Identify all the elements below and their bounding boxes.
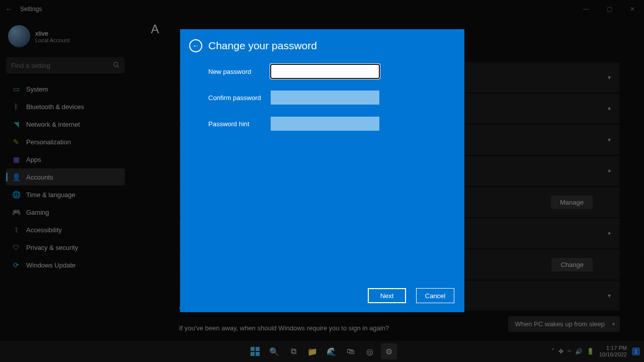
taskbar: 🔍 ⧉ 📁 🌊 🛍 ◎ ⚙ ˄ ✥ ⌔ 🔊 🔋 1:17 PM 10/16/20… [0, 341, 644, 362]
edge-icon[interactable]: 🌊 [324, 343, 340, 359]
minimize-button[interactable]: ― [575, 0, 598, 18]
window-controls: ― ▢ ✕ [575, 0, 644, 18]
account-type: Local Account [35, 37, 70, 43]
sidebar-item-privacy[interactable]: 🛡Privacy & security [6, 239, 125, 256]
sidebar-item-accounts[interactable]: 👤Accounts [6, 168, 125, 186]
next-button[interactable]: Next [368, 288, 406, 303]
tray-app-icon[interactable]: ✥ [558, 348, 564, 355]
change-password-dialog: ← Change your password New password Conf… [180, 29, 464, 312]
dialog-title: Change your password [208, 40, 317, 52]
settings-taskbar-icon[interactable]: ⚙ [381, 343, 397, 359]
notification-badge[interactable]: 1 [632, 347, 640, 355]
close-button[interactable]: ✕ [621, 0, 644, 18]
sidebar-item-time[interactable]: 🌐Time & language [6, 186, 125, 203]
globe-icon: 🌐 [10, 191, 22, 199]
sidebar-item-personalization[interactable]: ✎Personalization [6, 133, 125, 150]
sidebar-item-bluetooth[interactable]: ᛒBluetooth & devices [6, 98, 125, 115]
gamepad-icon: 🎮 [10, 208, 22, 216]
task-view-icon[interactable]: ⧉ [285, 343, 301, 359]
wifi-icon: ◥ [10, 120, 22, 128]
nav-list: ▭System ᛒBluetooth & devices ◥Network & … [6, 80, 125, 274]
new-password-label: New password [208, 68, 271, 75]
person-icon: 👤 [10, 173, 22, 181]
confirm-password-input[interactable] [271, 90, 379, 105]
user-name: xlive [35, 30, 70, 37]
require-signin-dropdown[interactable]: When PC wakes up from sleep ▾ [508, 316, 620, 332]
chrome-icon[interactable]: ◎ [362, 343, 378, 359]
titlebar: ← Settings ― ▢ ✕ [0, 0, 644, 18]
password-hint-input[interactable] [271, 117, 379, 131]
sidebar-item-apps[interactable]: ▦Apps [6, 151, 125, 168]
taskbar-center: 🔍 ⧉ 📁 🌊 🛍 ◎ ⚙ [247, 343, 397, 359]
sidebar: xlive Local Account ▭System ᛒBluetooth &… [6, 22, 125, 274]
change-button[interactable]: Change [551, 258, 593, 272]
system-icon: ▭ [10, 85, 22, 93]
back-button[interactable]: ← [0, 5, 18, 13]
wifi-tray-icon[interactable]: ⌔ [568, 348, 571, 355]
apps-icon: ▦ [10, 155, 22, 163]
chevron-up-icon: ▾ [608, 167, 611, 174]
brush-icon: ✎ [10, 138, 22, 146]
sidebar-item-system[interactable]: ▭System [6, 80, 125, 98]
chevron-down-icon: ▾ [608, 74, 611, 81]
new-password-input[interactable] [271, 64, 379, 78]
search-icon [113, 61, 120, 70]
volume-tray-icon[interactable]: 🔊 [575, 348, 583, 355]
battery-tray-icon[interactable]: 🔋 [587, 348, 594, 355]
settings-window: ← Settings ― ▢ ✕ xlive Local Account ▭Sy… [0, 0, 644, 362]
system-tray: ˄ ✥ ⌔ 🔊 🔋 1:17 PM 10/16/2022 1 [551, 345, 640, 357]
chevron-down-icon: ▾ [608, 105, 611, 112]
start-button[interactable] [247, 343, 263, 359]
chevron-down-icon: ▾ [608, 292, 611, 299]
tray-chevron-icon[interactable]: ˄ [551, 348, 554, 355]
bluetooth-icon: ᛒ [10, 103, 22, 111]
shield-icon: 🛡 [10, 243, 22, 251]
store-icon[interactable]: 🛍 [343, 343, 359, 359]
svg-line-1 [117, 66, 119, 68]
maximize-button[interactable]: ▢ [598, 0, 621, 18]
chevron-down-icon: ▾ [608, 136, 611, 143]
update-icon: ⟳ [10, 261, 22, 269]
confirm-password-label: Confirm password [208, 94, 271, 102]
sidebar-item-gaming[interactable]: 🎮Gaming [6, 204, 125, 221]
avatar [8, 25, 30, 47]
sidebar-item-network[interactable]: ◥Network & internet [6, 116, 125, 133]
file-explorer-icon[interactable]: 📁 [304, 343, 320, 359]
accessibility-icon: ⟟ [10, 226, 22, 234]
password-hint-label: Password hint [208, 120, 271, 128]
svg-point-0 [114, 62, 118, 66]
user-block[interactable]: xlive Local Account [6, 22, 125, 55]
chevron-down-icon: ▾ [612, 321, 615, 327]
sidebar-item-accessibility[interactable]: ⟟Accessibility [6, 221, 125, 238]
window-title: Settings [20, 6, 42, 13]
manage-button[interactable]: Manage [551, 196, 593, 209]
sidebar-item-update[interactable]: ⟳Windows Update [6, 256, 125, 274]
chevron-up-icon: ▾ [608, 230, 611, 237]
dialog-back-button[interactable]: ← [189, 39, 202, 52]
search-taskbar-icon[interactable]: 🔍 [266, 343, 282, 359]
search-input[interactable] [6, 57, 125, 73]
search-box [6, 57, 125, 73]
cancel-button[interactable]: Cancel [416, 288, 454, 303]
taskbar-clock[interactable]: 1:17 PM 10/16/2022 [599, 345, 627, 357]
